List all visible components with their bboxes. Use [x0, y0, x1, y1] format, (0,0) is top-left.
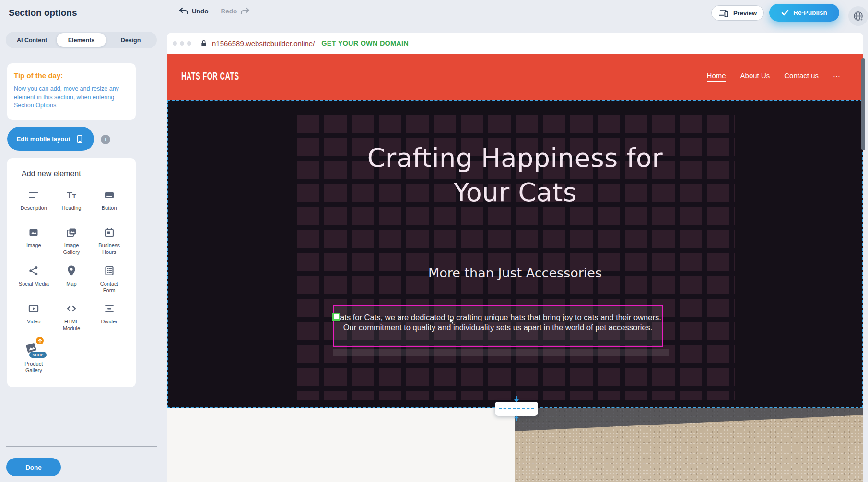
divider-icon — [103, 301, 116, 316]
element-description[interactable]: Description — [15, 188, 53, 218]
product-gallery-icon: SHOP — [22, 340, 46, 358]
sidebar-tabs: AI Content Elements Design — [6, 32, 157, 48]
tab-design[interactable]: Design — [106, 33, 155, 47]
check-icon — [781, 10, 789, 16]
undo-button[interactable]: Undo — [178, 7, 209, 15]
undo-redo-group: Undo Redo — [178, 7, 250, 15]
edit-mobile-layout-button[interactable]: Edit mobile layout — [7, 127, 94, 151]
done-button[interactable]: Done — [6, 458, 61, 476]
hero-heading[interactable]: Crafting Happiness for Your Cats — [168, 141, 862, 210]
smartphone-icon — [75, 134, 84, 144]
browser-chrome: n1566589.websitebuilder.online/ GET YOUR… — [167, 33, 863, 54]
description-icon — [27, 188, 40, 202]
tip-title: Tip of the day: — [14, 71, 127, 80]
language-globe-button[interactable] — [848, 6, 868, 26]
element-shadow-bar — [333, 349, 669, 356]
republish-button[interactable]: Re-Publish — [769, 4, 839, 22]
section-options-editor: Section options Undo Redo Preview Re-Pub… — [0, 0, 868, 482]
element-social-media[interactable]: Social Media — [15, 264, 53, 294]
element-map[interactable]: Map — [53, 264, 91, 294]
page-title: Section options — [9, 8, 77, 18]
mouse-cursor — [449, 317, 457, 325]
element-heading[interactable]: TT Heading — [53, 188, 91, 218]
nav-contact-us[interactable]: Contact us — [784, 71, 819, 82]
element-grid: Description TT Heading Button Image Imag… — [15, 188, 128, 374]
nav-about-us[interactable]: About Us — [740, 71, 770, 82]
site-nav: Home About Us Contact us ··· — [707, 54, 840, 100]
button-icon — [103, 188, 116, 202]
redo-icon — [240, 7, 250, 15]
element-divider[interactable]: Divider — [90, 301, 128, 332]
tip-of-the-day-card: Tip of the day: Now you can add, move an… — [7, 63, 136, 120]
element-button[interactable]: Button — [90, 188, 128, 218]
globe-icon — [853, 11, 864, 22]
shop-badge: SHOP — [29, 352, 47, 358]
nav-more-ellipsis[interactable]: ··· — [833, 71, 840, 82]
element-contact-form[interactable]: Contact Form — [90, 264, 128, 294]
element-image[interactable]: Image — [15, 225, 53, 256]
section-resize-handle[interactable] — [495, 402, 538, 416]
social-media-icon — [27, 264, 40, 278]
add-new-element-panel: Add new element Description TT Heading B… — [7, 158, 136, 387]
browser-dots — [173, 41, 191, 46]
tip-body: Now you can add, move and resize any ele… — [14, 85, 127, 110]
devices-icon — [718, 9, 729, 18]
nav-home[interactable]: Home — [707, 71, 726, 82]
element-video[interactable]: Video — [15, 301, 53, 332]
hero-subheading[interactable]: More than Just Accessories — [168, 265, 862, 280]
image-gallery-icon — [65, 225, 78, 240]
undo-icon — [178, 7, 188, 15]
preview-scrollbar[interactable] — [861, 58, 865, 150]
site-logo[interactable]: HATS FOR CATS — [181, 54, 239, 105]
map-pin-icon — [65, 264, 78, 278]
sidebar-divider — [6, 446, 157, 447]
upload-arrow-badge — [36, 337, 44, 344]
html-code-icon — [65, 301, 78, 316]
paving-stones-photo — [515, 408, 863, 482]
selected-text-element[interactable]: Hats for Cats, we are dedicated to craft… — [333, 305, 663, 347]
info-icon[interactable]: i — [101, 135, 110, 144]
tab-ai-content[interactable]: AI Content — [7, 33, 57, 47]
selection-drag-handle[interactable] — [332, 313, 340, 321]
site-url[interactable]: n1566589.websitebuilder.online/ — [212, 39, 315, 47]
tab-elements[interactable]: Elements — [57, 33, 106, 47]
element-product-gallery[interactable]: SHOP Product Gallery — [15, 340, 53, 374]
video-icon — [27, 301, 40, 316]
contact-form-icon — [103, 264, 116, 278]
hero-section-selected[interactable]: Crafting Happiness for Your Cats More th… — [167, 100, 863, 408]
lock-icon — [200, 39, 208, 47]
add-element-title: Add new element — [22, 170, 128, 178]
business-hours-icon — [103, 225, 116, 240]
hero-body-text: Hats for Cats, we are dedicated to craft… — [334, 306, 662, 333]
element-image-gallery[interactable]: Image Gallery — [53, 225, 91, 256]
get-domain-link[interactable]: GET YOUR OWN DOMAIN — [321, 39, 409, 47]
image-icon — [27, 225, 40, 240]
element-html-module[interactable]: HTML Module — [53, 301, 91, 332]
heading-icon: TT — [67, 188, 76, 202]
redo-button[interactable]: Redo — [221, 7, 251, 15]
site-preview: HATS FOR CATS Home About Us Contact us ·… — [167, 54, 863, 482]
site-header: HATS FOR CATS Home About Us Contact us ·… — [167, 54, 863, 100]
preview-button[interactable]: Preview — [711, 5, 764, 21]
element-business-hours[interactable]: Business Hours — [90, 225, 128, 256]
collapse-arrows-icon — [513, 396, 520, 422]
